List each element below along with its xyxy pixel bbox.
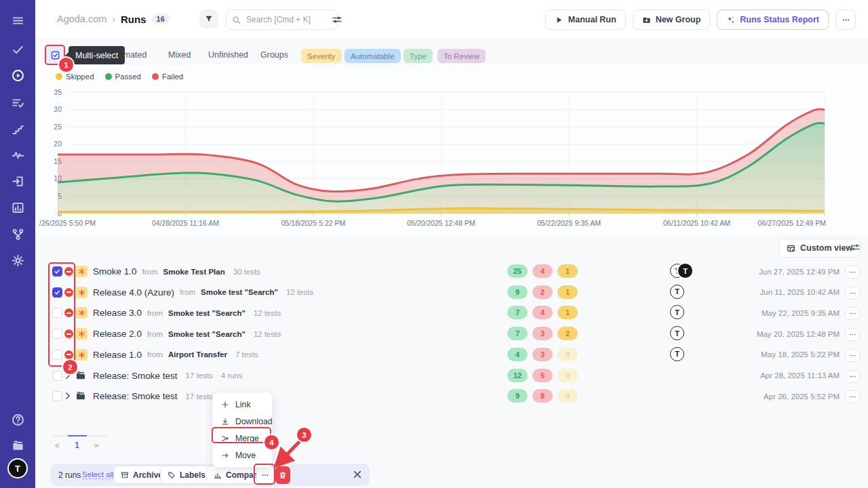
filter-pill-severity[interactable]: Severity [301, 49, 342, 63]
manual-run-button[interactable]: Manual Run [545, 9, 626, 30]
run-row[interactable]: Release: Smoke test17 tests4 runs1250Apr… [0, 366, 868, 386]
row-more-button[interactable] [845, 287, 860, 300]
row-more-button[interactable] [845, 307, 860, 320]
tab-groups[interactable]: Groups [260, 50, 288, 60]
plan-name[interactable]: Smoke test "Search" [201, 288, 278, 296]
row-checkbox[interactable] [52, 371, 62, 381]
sidebar-item-hamburger-menu[interactable] [0, 10, 35, 30]
bulk-close-button[interactable] [352, 469, 363, 480]
row-more-button[interactable] [845, 266, 860, 279]
sidebar-item-sign-in[interactable] [0, 171, 35, 191]
run-name[interactable]: Release 3.0 [93, 308, 142, 318]
search-settings-icon[interactable] [332, 14, 342, 25]
view-settings-icon[interactable] [850, 242, 861, 253]
plan-name[interactable]: Smoke test "Search" [168, 309, 245, 317]
avatar[interactable]: T [678, 264, 692, 278]
sidebar-item-steps[interactable] [0, 119, 35, 139]
row-more-button[interactable] [845, 328, 860, 341]
assignee-avatars: T [670, 326, 684, 340]
skipped-badge: 1 [557, 306, 578, 319]
run-name[interactable]: Release: Smoke test [93, 391, 178, 401]
search-input[interactable] [245, 14, 332, 25]
filter-button[interactable] [199, 9, 218, 28]
filter-pill-automatable[interactable]: Automatable [344, 49, 401, 63]
run-name[interactable]: Release 2.0 [93, 329, 142, 339]
sidebar-item-gear[interactable] [0, 250, 35, 270]
pagination-page-1[interactable]: 1 [75, 441, 79, 450]
row-checkbox[interactable] [52, 266, 62, 277]
menu-item-link[interactable]: Link [213, 396, 272, 413]
custom-view-label: Custom view [800, 243, 852, 253]
avatar[interactable]: T [670, 285, 684, 299]
passed-badge: 7 [507, 327, 528, 340]
user-avatar[interactable]: T [9, 460, 26, 477]
runs-trend-chart[interactable]: 05101520253035/26/2025 5:50 PM04/28/2025… [37, 87, 827, 232]
trash-icon [279, 471, 287, 479]
sidebar-item-list-check[interactable] [0, 92, 35, 113]
folder-icon [75, 370, 86, 381]
tab-unfinished[interactable]: Unfinished [208, 50, 248, 60]
search-box[interactable] [226, 9, 338, 30]
sidebar: T [0, 0, 35, 488]
filter-pill-to-review[interactable]: To Review [437, 49, 486, 63]
runs-status-report-button[interactable]: Runs Status Report [717, 9, 829, 30]
legend-item-passed[interactable]: Passed [105, 73, 141, 81]
chevron-right-icon[interactable] [63, 371, 73, 380]
custom-view-button[interactable]: Custom view [778, 239, 861, 258]
sidebar-item-branch[interactable] [0, 224, 35, 244]
run-row[interactable]: Release 3.0fromSmoke test "Search"12 tes… [0, 303, 868, 323]
row-checkbox[interactable] [52, 391, 62, 401]
bulk-more-button[interactable] [256, 466, 274, 484]
row-checkbox[interactable] [52, 308, 62, 318]
sidebar-item-pulse[interactable] [0, 144, 35, 165]
legend-dot-skipped [56, 73, 62, 80]
row-more-button[interactable] [845, 349, 860, 362]
chevron-right-icon[interactable] [63, 391, 73, 401]
run-name[interactable]: Release: Smoke test [93, 371, 178, 381]
sidebar-item-bar-chart[interactable] [0, 197, 35, 218]
run-name[interactable]: Release 1.0 [93, 350, 142, 360]
new-group-button[interactable]: New Group [633, 9, 711, 30]
run-name[interactable]: Release 4.0 (Azure) [93, 287, 174, 298]
tab-mixed[interactable]: Mixed [168, 50, 191, 60]
sidebar-item-folders[interactable] [0, 435, 35, 455]
annotation-arrow [270, 422, 314, 469]
skipped-badge: 1 [557, 264, 578, 278]
run-name[interactable]: Smoke 1.0 [93, 266, 137, 277]
avatar[interactable]: T [670, 305, 684, 319]
sidebar-item-check[interactable] [0, 39, 35, 60]
pagination-prev-button[interactable]: « [55, 441, 60, 450]
row-more-button[interactable] [845, 390, 860, 403]
row-checkbox[interactable] [52, 287, 62, 298]
sidebar-item-help[interactable] [0, 409, 35, 430]
select-all-link[interactable]: Select all [82, 464, 114, 486]
legend-item-skipped[interactable]: Skipped [56, 73, 94, 81]
menu-item-merge[interactable]: Merge [213, 430, 272, 447]
breadcrumb-project[interactable]: Agoda.com [57, 14, 106, 24]
bulk-delete-button[interactable] [275, 466, 290, 484]
run-row[interactable]: Release 2.0fromSmoke test "Search"12 tes… [0, 324, 868, 344]
legend-item-failed[interactable]: Failed [152, 73, 183, 81]
row-checkbox[interactable] [52, 329, 62, 339]
menu-item-move[interactable]: Move [213, 447, 272, 464]
avatar[interactable]: T [670, 347, 684, 361]
filter-pill-type[interactable]: Type [403, 49, 433, 63]
run-row[interactable]: Smoke 1.0fromSmoke Test Plan30 tests2541… [0, 262, 868, 281]
header-more-button[interactable] [835, 9, 856, 30]
plan-name[interactable]: Smoke Test Plan [163, 268, 225, 276]
plan-name[interactable]: Airport Transfer [168, 350, 227, 359]
arrow-right-icon [221, 451, 229, 460]
run-row[interactable]: Release 4.0 (Azure)fromSmoke test "Searc… [0, 283, 868, 302]
run-row[interactable]: Release: Smoke test17 tests7 runs980Apr … [0, 386, 868, 406]
sidebar-item-play-circle[interactable] [0, 65, 35, 85]
run-row[interactable]: Release 1.0fromAirport Transfer7 tests43… [0, 345, 868, 365]
labels-button[interactable]: Labels [160, 466, 213, 484]
row-more-button[interactable] [845, 370, 860, 383]
multi-select-button[interactable] [46, 46, 64, 64]
failed-badge: 4 [532, 306, 553, 319]
pagination-next-button[interactable]: » [94, 441, 99, 450]
menu-item-download[interactable]: Download [213, 413, 272, 430]
plan-name[interactable]: Smoke test "Search" [168, 330, 245, 338]
row-checkbox[interactable] [52, 350, 62, 360]
avatar[interactable]: T [670, 326, 684, 340]
